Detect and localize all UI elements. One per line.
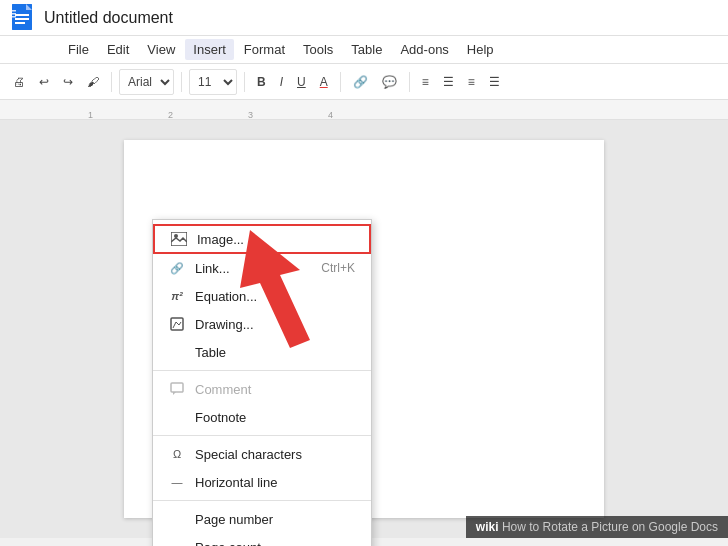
dropdown-drawing[interactable]: Drawing... bbox=[153, 310, 371, 338]
dropdown-page-number[interactable]: Page number bbox=[153, 505, 371, 533]
dropdown-comment: Comment bbox=[153, 375, 371, 403]
ruler-tick-2: 2 bbox=[168, 110, 173, 120]
comment-toolbar-button[interactable]: 💬 bbox=[377, 72, 402, 92]
insert-dropdown-menu: Image... 🔗 Link... Ctrl+K π² Equation...… bbox=[152, 219, 372, 546]
watermark-how: How to Rotate a Picture on Google Docs bbox=[502, 520, 718, 534]
menu-bar: File Edit View Insert Format Tools Table… bbox=[0, 36, 728, 64]
link-shortcut: Ctrl+K bbox=[321, 261, 355, 275]
equation-label: Equation... bbox=[195, 289, 355, 304]
image-label: Image... bbox=[197, 232, 353, 247]
toolbar-separator-4 bbox=[340, 72, 341, 92]
watermark-wiki: wiki bbox=[476, 520, 499, 534]
underline-button[interactable]: U bbox=[292, 72, 311, 92]
svg-rect-8 bbox=[10, 16, 16, 18]
toolbar-separator-1 bbox=[111, 72, 112, 92]
svg-rect-5 bbox=[15, 22, 25, 24]
link-icon: 🔗 bbox=[169, 260, 185, 276]
menu-view[interactable]: View bbox=[139, 39, 183, 60]
comment-icon-menu bbox=[169, 381, 185, 397]
menu-help[interactable]: Help bbox=[459, 39, 502, 60]
dropdown-table[interactable]: Table bbox=[153, 338, 371, 366]
menu-addons[interactable]: Add-ons bbox=[392, 39, 456, 60]
horizontal-line-label: Horizontal line bbox=[195, 475, 355, 490]
menu-file[interactable]: File bbox=[60, 39, 97, 60]
print-button[interactable]: 🖨 bbox=[8, 72, 30, 92]
docs-icon bbox=[8, 4, 36, 32]
dropdown-image[interactable]: Image... bbox=[153, 224, 371, 254]
svg-rect-3 bbox=[15, 14, 29, 16]
svg-rect-12 bbox=[171, 383, 183, 392]
menu-edit[interactable]: Edit bbox=[99, 39, 137, 60]
page-count-icon bbox=[169, 539, 185, 546]
special-chars-label: Special characters bbox=[195, 447, 355, 462]
ruler-tick-3: 3 bbox=[248, 110, 253, 120]
svg-rect-7 bbox=[10, 13, 16, 15]
footnote-icon bbox=[169, 409, 185, 425]
ruler-tick-1: 1 bbox=[88, 110, 93, 120]
toolbar: 🖨 ↩ ↪ 🖌 Arial 11 B I U A 🔗 💬 ≡ ☰ ≡ ☰ bbox=[0, 64, 728, 100]
menu-tools[interactable]: Tools bbox=[295, 39, 341, 60]
table-icon bbox=[169, 344, 185, 360]
watermark: wiki How to Rotate a Picture on Google D… bbox=[466, 516, 728, 538]
align-right-button[interactable]: ≡ bbox=[463, 72, 480, 92]
font-select[interactable]: Arial bbox=[119, 69, 174, 95]
menu-format[interactable]: Format bbox=[236, 39, 293, 60]
page-count-label: Page count bbox=[195, 540, 355, 547]
dropdown-special-chars[interactable]: Ω Special characters bbox=[153, 440, 371, 468]
page-number-label: Page number bbox=[195, 512, 355, 527]
menu-table[interactable]: Table bbox=[343, 39, 390, 60]
main-container: Image... 🔗 Link... Ctrl+K π² Equation...… bbox=[0, 120, 728, 538]
link-button[interactable]: 🔗 bbox=[348, 72, 373, 92]
drawing-icon bbox=[169, 316, 185, 332]
dropdown-page-count[interactable]: Page count bbox=[153, 533, 371, 546]
menu-insert[interactable]: Insert bbox=[185, 39, 234, 60]
toolbar-separator-3 bbox=[244, 72, 245, 92]
svg-rect-4 bbox=[15, 18, 29, 20]
paint-format-button[interactable]: 🖌 bbox=[82, 72, 104, 92]
svg-rect-11 bbox=[171, 318, 183, 330]
dropdown-equation[interactable]: π² Equation... bbox=[153, 282, 371, 310]
comment-label: Comment bbox=[195, 382, 355, 397]
page-number-icon bbox=[169, 511, 185, 527]
italic-button[interactable]: I bbox=[275, 72, 288, 92]
app-title: Untitled document bbox=[44, 9, 173, 27]
dropdown-link[interactable]: 🔗 Link... Ctrl+K bbox=[153, 254, 371, 282]
dropdown-sep-2 bbox=[153, 435, 371, 436]
title-bar: Untitled document bbox=[0, 0, 728, 36]
font-size-select[interactable]: 11 bbox=[189, 69, 237, 95]
link-label: Link... bbox=[195, 261, 311, 276]
redo-button[interactable]: ↪ bbox=[58, 72, 78, 92]
image-icon bbox=[171, 231, 187, 247]
bold-button[interactable]: B bbox=[252, 72, 271, 92]
dropdown-sep-3 bbox=[153, 500, 371, 501]
align-center-button[interactable]: ☰ bbox=[438, 72, 459, 92]
justify-button[interactable]: ☰ bbox=[484, 72, 505, 92]
drawing-label: Drawing... bbox=[195, 317, 355, 332]
dropdown-horizontal-line[interactable]: — Horizontal line bbox=[153, 468, 371, 496]
svg-rect-6 bbox=[10, 10, 16, 12]
ruler: 1 2 3 4 bbox=[0, 100, 728, 120]
horizontal-line-icon: — bbox=[169, 474, 185, 490]
table-label: Table bbox=[195, 345, 355, 360]
equation-icon: π² bbox=[169, 288, 185, 304]
dropdown-sep-1 bbox=[153, 370, 371, 371]
font-color-button[interactable]: A bbox=[315, 72, 333, 92]
undo-button[interactable]: ↩ bbox=[34, 72, 54, 92]
align-left-button[interactable]: ≡ bbox=[417, 72, 434, 92]
toolbar-separator-5 bbox=[409, 72, 410, 92]
dropdown-footnote[interactable]: Footnote bbox=[153, 403, 371, 431]
ruler-tick-4: 4 bbox=[328, 110, 333, 120]
toolbar-separator-2 bbox=[181, 72, 182, 92]
footnote-label: Footnote bbox=[195, 410, 355, 425]
omega-icon: Ω bbox=[169, 446, 185, 462]
